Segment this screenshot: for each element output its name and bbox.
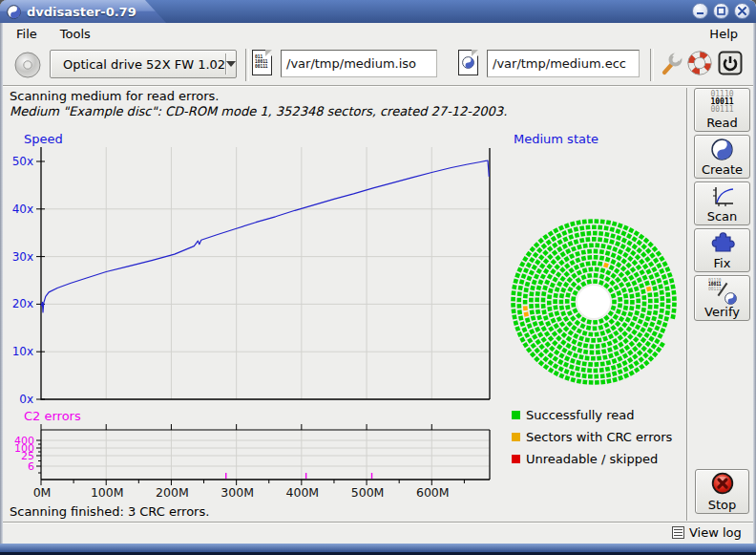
minimize-button[interactable]: [692, 3, 708, 19]
disc-sector-good: [575, 366, 580, 372]
disc-sector-good: [548, 230, 554, 236]
disc-sector-good: [547, 307, 552, 311]
disc-sector-good: [583, 350, 588, 354]
verify-button-label: Verify: [704, 305, 740, 319]
disc-sector-good: [559, 321, 565, 327]
drive-selector-dropdown[interactable]: Optical drive 52X FW 1.02: [50, 50, 237, 78]
disc-sector-good: [593, 326, 598, 331]
help-button[interactable]: [687, 51, 712, 79]
disc-sector-good: [606, 220, 611, 224]
disc-sector-good: [600, 244, 605, 248]
disc-sector-good: [538, 360, 544, 366]
drive-select-button[interactable]: [11, 49, 44, 81]
disc-sector-good: [577, 269, 582, 275]
read-button[interactable]: 01110 10011 00111 Read: [694, 88, 750, 132]
disc-sector-good: [542, 234, 548, 240]
disc-sector-good: [535, 259, 540, 265]
disc-sector-good: [569, 253, 575, 259]
disc-sector-good: [642, 275, 648, 281]
view-log-button[interactable]: View log: [672, 525, 742, 540]
stop-button[interactable]: Stop: [695, 469, 749, 514]
disc-sector-good: [605, 257, 611, 263]
disc-sector-good: [565, 299, 570, 304]
disc-sector-good: [621, 238, 627, 244]
disc-sector-good: [551, 236, 556, 242]
menu-file[interactable]: File: [12, 25, 41, 43]
disc-sector-good: [647, 327, 653, 332]
maximize-button[interactable]: [713, 3, 729, 19]
disc-sector-good: [532, 265, 537, 270]
disc-sector-good: [544, 331, 550, 336]
disc-sector-good: [664, 286, 669, 290]
disc-sector-good: [537, 238, 543, 244]
disc-sector-good: [628, 227, 634, 233]
disc-sector-good: [658, 333, 663, 339]
disc-sector-good: [533, 252, 538, 258]
quit-button[interactable]: [718, 50, 743, 80]
disc-sector-good: [522, 327, 528, 332]
disc-sector-good: [581, 256, 587, 262]
disc-sector-good: [581, 249, 586, 254]
disc-sector-good: [600, 379, 605, 384]
disc-sector-good: [621, 310, 627, 316]
disc-sector-good: [548, 360, 554, 366]
speed-curve: [41, 160, 489, 312]
disc-sector-good: [547, 301, 552, 306]
disc-sector-good: [524, 288, 529, 292]
disc-sector-good: [606, 378, 611, 383]
disc-sector-good: [567, 277, 573, 283]
disc-sector-good: [564, 355, 570, 361]
fix-button[interactable]: Fix: [694, 228, 750, 272]
disc-sector-good: [599, 368, 604, 373]
disc-sector-good: [648, 261, 654, 267]
disc-sector-good: [637, 342, 643, 349]
disc-sector-good: [632, 353, 638, 359]
disc-sector-good: [610, 226, 616, 232]
disc-sector-good: [585, 355, 590, 360]
titlebar-tab: dvdisaster-0.79: [0, 0, 145, 23]
titlebar-tab-slope: [145, 0, 166, 23]
disc-sector-good: [536, 315, 542, 321]
disc-sector-good: [611, 252, 617, 258]
menu-tools[interactable]: Tools: [56, 25, 94, 43]
disc-sector-good: [663, 280, 669, 286]
disc-sector-good: [559, 267, 566, 273]
disc-sector-good: [662, 261, 667, 267]
disc-sector-good: [570, 222, 576, 227]
disc-sector-good: [630, 250, 636, 256]
create-button[interactable]: Create: [694, 135, 750, 179]
preferences-button[interactable]: [659, 51, 683, 81]
disc-sector-good: [552, 243, 557, 248]
scan-button[interactable]: Scan: [694, 181, 750, 225]
ecc-path-input[interactable]: /var/tmp/medium.ecc: [487, 50, 640, 77]
disc-sector-good: [526, 251, 532, 257]
disc-sector-good: [609, 239, 615, 245]
disc-sector-good: [571, 303, 576, 308]
disc-sector-good: [625, 246, 631, 252]
disc-sector-good: [547, 273, 553, 279]
disc-sector-good: [659, 256, 664, 262]
disc-sector-good: [660, 290, 664, 295]
speed-ytick-label: 10x: [12, 345, 33, 358]
disc-sector-good: [516, 267, 522, 272]
minimize-icon: [696, 7, 704, 15]
disc-sector-good: [631, 236, 637, 242]
read-button-label: Read: [706, 116, 738, 130]
disc-sector-good: [558, 352, 564, 358]
disc-sector-good: [648, 299, 653, 304]
titlebar[interactable]: dvdisaster-0.79: [0, 0, 756, 23]
verify-button[interactable]: 01110 10011 00111 Verify: [694, 275, 750, 321]
disc-sector-good: [573, 290, 578, 296]
close-button[interactable]: [734, 3, 750, 19]
lifebuoy-icon: [687, 51, 712, 75]
menu-help[interactable]: Help: [705, 25, 742, 43]
iso-path-input[interactable]: /var/tmp/medium.iso: [281, 50, 437, 77]
disc-sector-good: [629, 370, 635, 375]
disc-sector-good: [523, 294, 528, 299]
disc-sector-good: [612, 358, 618, 364]
disc-sector-good: [569, 260, 575, 266]
disc-sector-good: [594, 249, 598, 254]
disc-sector-good: [536, 310, 540, 314]
disc-sector-good: [619, 271, 625, 278]
disc-sector-good: [556, 316, 562, 322]
